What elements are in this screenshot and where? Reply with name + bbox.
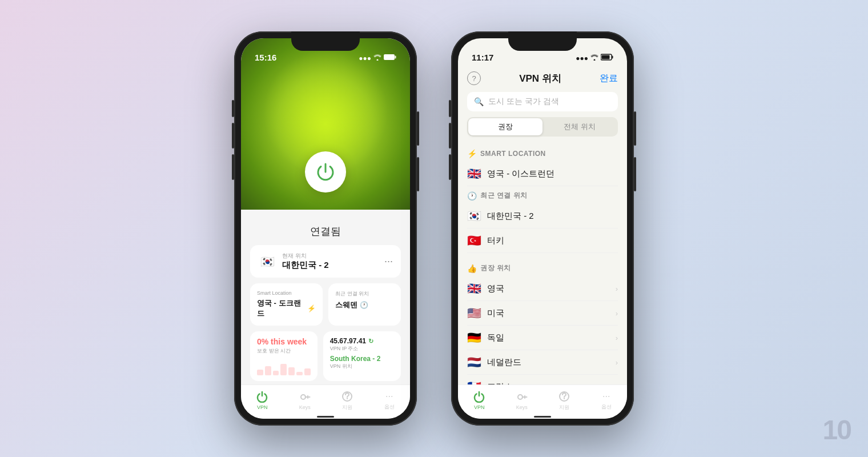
volume-button-1 bbox=[417, 157, 419, 191]
tab-recommended[interactable]: 권장 bbox=[468, 118, 542, 135]
bar-1 bbox=[257, 370, 263, 375]
options-icon-1: ··· bbox=[385, 391, 393, 402]
vol-up-button-1 bbox=[232, 123, 234, 149]
name-turkey: 터키 bbox=[487, 235, 618, 246]
chevron-nl: › bbox=[616, 358, 618, 367]
refresh-icon[interactable]: ↻ bbox=[368, 338, 373, 345]
weekly-stats-card: 0% this week 보호 받은 시간 bbox=[250, 331, 318, 381]
recent-item-korea[interactable]: 🇰🇷 대한민국 - 2 bbox=[467, 204, 618, 228]
phone-notch-2 bbox=[508, 31, 577, 51]
flag-turkey: 🇹🇷 bbox=[467, 234, 481, 247]
phone-notch-1 bbox=[291, 31, 360, 51]
location-list: ⚡ SMART LOCATION 🇬🇧 영국 - 이스트런던 🕐 최근 연결 위… bbox=[458, 145, 627, 384]
name-us: 미국 bbox=[487, 308, 610, 319]
smart-location-card[interactable]: Smart Location 영국 - 도크랜드 ⚡ bbox=[250, 283, 323, 326]
svg-rect-1 bbox=[395, 56, 396, 59]
ip-info-card: 45.67.97.41 ↻ VPN IP 주소 South Korea - 2 … bbox=[323, 331, 401, 381]
tab-label-vpn-2: VPN bbox=[474, 404, 485, 410]
phone-2: 11:17 ●●● bbox=[451, 31, 634, 426]
tab-label-vpn-1: VPN bbox=[257, 404, 268, 410]
weekly-percent: 0% this week bbox=[257, 337, 311, 346]
clock-icon: 🕐 bbox=[360, 301, 368, 309]
svg-rect-5 bbox=[602, 55, 610, 59]
tab-label-support-2: 지원 bbox=[559, 404, 569, 411]
quick-info-row: Smart Location 영국 - 도크랜드 ⚡ 최근 연결 위치 스웨덴 … bbox=[250, 283, 401, 326]
wifi-icon-1 bbox=[373, 54, 381, 62]
smart-location-label: Smart Location bbox=[257, 290, 316, 296]
chevron-de: › bbox=[616, 334, 618, 342]
power-button-vpn[interactable] bbox=[305, 151, 346, 193]
recent-item-turkey[interactable]: 🇹🇷 터키 bbox=[467, 228, 618, 253]
vpn-location-value: South Korea - 2 bbox=[330, 355, 394, 363]
search-icon: 🔍 bbox=[474, 97, 484, 106]
vol-down-button-1 bbox=[232, 154, 234, 180]
tab-options-1[interactable]: ··· 옵션 bbox=[384, 391, 395, 411]
flag-uk: 🇬🇧 bbox=[467, 282, 481, 295]
mute-button-2 bbox=[449, 100, 451, 117]
tab-vpn-1[interactable]: VPN bbox=[256, 391, 268, 410]
phone-1: 15:16 ●●● bbox=[234, 31, 417, 426]
tab-label-keys-1: Keys bbox=[299, 404, 311, 410]
help-button[interactable]: ? bbox=[467, 71, 481, 85]
flag-de: 🇩🇪 bbox=[467, 331, 481, 344]
recent-section-header: 🕐 최근 연결 위치 bbox=[467, 186, 618, 204]
mini-bar-chart bbox=[257, 359, 311, 375]
chevron-us: › bbox=[616, 309, 618, 318]
rec-item-us[interactable]: 🇺🇸 미국 › bbox=[467, 301, 618, 326]
smart-location-item[interactable]: 🇬🇧 영국 - 이스트런던 bbox=[467, 162, 618, 186]
smart-location-name: 영국 - 이스트런던 bbox=[487, 169, 618, 179]
rec-item-uk[interactable]: 🇬🇧 영국 › bbox=[467, 276, 618, 301]
svg-rect-0 bbox=[384, 54, 395, 60]
mute-button-1 bbox=[232, 100, 234, 117]
recommended-section-title: 권장 위치 bbox=[480, 263, 511, 273]
rec-item-fr[interactable]: 🇫🇷 프랑스 › bbox=[467, 375, 618, 384]
status-icons-2: ●●● bbox=[576, 54, 613, 62]
rec-item-nl[interactable]: 🇳🇱 네덜란드 › bbox=[467, 350, 618, 375]
tab-all-locations[interactable]: 전체 위치 bbox=[542, 118, 617, 135]
done-button[interactable]: 완료 bbox=[600, 73, 618, 85]
bar-2 bbox=[265, 366, 271, 375]
tab-keys-2[interactable]: Keys bbox=[516, 391, 528, 410]
name-de: 독일 bbox=[487, 332, 610, 343]
status-time-2: 11:17 bbox=[472, 53, 493, 62]
connected-label: 연결됨 bbox=[310, 225, 341, 238]
tab-vpn-2[interactable]: VPN bbox=[473, 391, 485, 410]
filter-tabs: 권장 전체 위치 bbox=[467, 117, 618, 137]
more-options-button[interactable]: ··· bbox=[384, 255, 393, 267]
bar-6 bbox=[296, 372, 303, 375]
tab-label-keys-2: Keys bbox=[516, 404, 528, 410]
ip-label: VPN IP 주소 bbox=[330, 345, 394, 352]
flag-nl: 🇳🇱 bbox=[467, 355, 481, 369]
tab-bar-2: VPN Keys 지원 ··· bbox=[458, 384, 627, 419]
bolt-section-icon: ⚡ bbox=[467, 149, 477, 158]
tab-options-2[interactable]: ··· 옵션 bbox=[601, 391, 612, 411]
nav-title: VPN 위치 bbox=[519, 72, 561, 85]
ip-address: 45.67.97.41 ↻ bbox=[330, 337, 394, 345]
tab-support-2[interactable]: 지원 bbox=[558, 391, 570, 411]
search-bar[interactable]: 🔍 도시 또는 국가 검색 bbox=[467, 92, 618, 111]
current-flag: 🇰🇷 bbox=[258, 252, 276, 271]
smart-location-section-title: SMART LOCATION bbox=[480, 150, 546, 158]
spacer-1 bbox=[467, 253, 618, 259]
recent-location-card[interactable]: 최근 연결 위치 스웨덴 🕐 bbox=[328, 283, 401, 326]
tab-support-1[interactable]: 지원 bbox=[341, 391, 353, 411]
wifi-icon-2 bbox=[590, 54, 598, 62]
recommended-section-header: 👍 권장 위치 bbox=[467, 259, 618, 276]
tab-bar-1: VPN Keys 지원 ··· bbox=[241, 384, 410, 419]
options-icon-2: ··· bbox=[602, 391, 610, 402]
tab-keys-1[interactable]: Keys bbox=[299, 391, 311, 410]
flag-us: 🇺🇸 bbox=[467, 306, 481, 320]
power-button-2 bbox=[634, 111, 636, 146]
tab-label-options-1: 옵션 bbox=[384, 403, 395, 411]
main-content-1: 🇰🇷 현재 위치 대한민국 - 2 ··· Smart Location 영국 … bbox=[241, 238, 410, 384]
volume-button-2 bbox=[634, 157, 636, 191]
bar-3 bbox=[273, 371, 279, 375]
vpn-main-screen: 15:16 ●●● bbox=[241, 38, 410, 419]
weekly-label: 보호 받은 시간 bbox=[257, 347, 311, 355]
signal-icon-2: ●●● bbox=[576, 54, 588, 62]
rec-item-de[interactable]: 🇩🇪 독일 › bbox=[467, 326, 618, 350]
current-loc-name: 대한민국 - 2 bbox=[282, 260, 379, 271]
bolt-icon: ⚡ bbox=[307, 304, 316, 312]
stats-row: 0% this week 보호 받은 시간 bbox=[250, 331, 401, 381]
phone-screen-2: 11:17 ●●● bbox=[458, 38, 627, 419]
